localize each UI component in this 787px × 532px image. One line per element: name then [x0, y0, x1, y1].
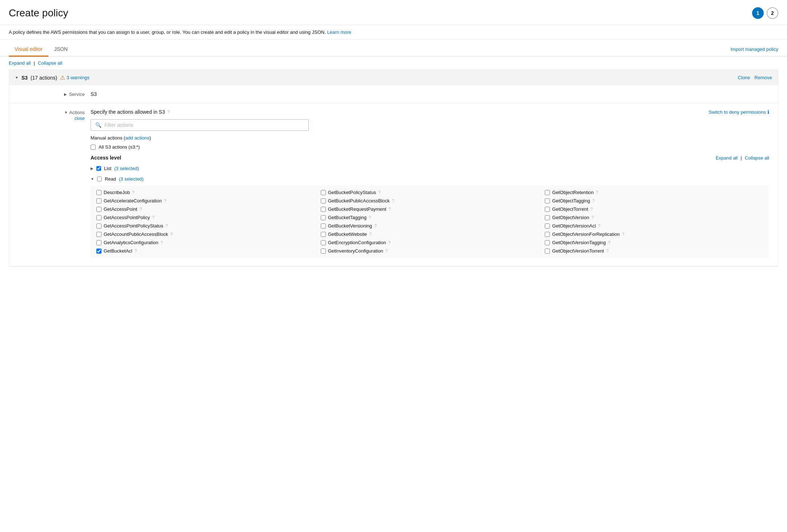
checkbox-getaccesspointpolicy[interactable]	[96, 215, 101, 220]
expand-all-link[interactable]: Expand all	[9, 60, 31, 66]
list-item: GetObjectRetention?	[545, 190, 763, 195]
all-s3-checkbox[interactable]	[91, 145, 96, 150]
description-bar: A policy defines the AWS permissions tha…	[0, 25, 787, 40]
read-checkboxes-grid: DescribeJob?GetBucketPolicyStatus?GetObj…	[91, 185, 769, 258]
page-header: Create policy	[0, 0, 787, 25]
info-icon: ?	[385, 249, 388, 254]
list-item: DescribeJob?	[96, 190, 315, 195]
checkbox-getobjectversionforreplication[interactable]	[545, 232, 550, 237]
page-title: Create policy	[9, 7, 778, 19]
checkbox-getaccelerateconfiguration[interactable]	[96, 198, 101, 203]
list-item: GetObjectVersionTorrent?	[545, 248, 763, 254]
section-header[interactable]: ▼ S3 (17 actions) ⚠ 3 warnings Clone Rem…	[9, 70, 778, 85]
actions-title: Specify the actions allowed in S3	[91, 109, 165, 115]
add-actions-link[interactable]: add actions	[125, 135, 149, 141]
service-row: ▶ Service S3	[9, 85, 778, 103]
list-selected-badge: (3 selected)	[114, 166, 139, 171]
checkbox-getobjectversiontorrent[interactable]	[545, 249, 550, 254]
info-icon: ?	[140, 207, 142, 212]
list-item: GetAccessPointPolicyStatus?	[96, 223, 315, 229]
list-item: GetBucketRequestPayment?	[321, 206, 539, 212]
all-s3-actions-row: All S3 actions (s3:*)	[91, 144, 769, 150]
checkbox-getbucketpublicaccessblock[interactable]	[321, 198, 326, 203]
read-group-header[interactable]: ▼ Read (3 selected)	[91, 175, 769, 183]
list-item: GetBucketAcl?	[96, 248, 315, 254]
list-item: GetAnalyticsConfiguration?	[96, 240, 315, 245]
step-1-indicator: 1	[752, 7, 764, 19]
expand-collapse-row: Expand all | Collapse all	[0, 57, 787, 69]
info-icon: ?	[132, 190, 135, 195]
step-2-indicator: 2	[767, 7, 778, 19]
checkbox-getbucketversioning[interactable]	[321, 223, 326, 229]
checkbox-getobjecttagging[interactable]	[545, 198, 550, 203]
list-item: GetInventoryConfiguration?	[321, 248, 539, 254]
list-item: GetBucketPolicyStatus?	[321, 190, 539, 195]
info-icon: ?	[369, 232, 372, 237]
list-item: GetObjectVersion?	[545, 215, 763, 220]
switch-deny-container: Switch to deny permissions ℹ	[708, 109, 769, 115]
access-collapse-all-link[interactable]: Collapse all	[745, 155, 769, 161]
list-item: GetBucketWebsite?	[321, 231, 539, 237]
checkbox-getobjectversionacl[interactable]	[545, 223, 550, 229]
info-icon: ?	[152, 215, 155, 220]
actions-row: ▼ Actions close Specify the actions allo…	[18, 109, 769, 260]
list-checkbox[interactable]	[96, 166, 101, 171]
checkbox-getobjectversiontagging[interactable]	[545, 240, 550, 245]
info-icon: ?	[590, 207, 593, 212]
checkbox-getaccesspoint[interactable]	[96, 207, 101, 212]
remove-link[interactable]: Remove	[755, 75, 772, 80]
list-item: GetObjectVersionAcl?	[545, 223, 763, 229]
warnings-link[interactable]: 3 warnings	[67, 75, 89, 80]
info-icon: ?	[160, 240, 163, 245]
info-icon: ?	[165, 223, 168, 229]
info-icon: ?	[608, 240, 611, 245]
checkbox-getbucketwebsite[interactable]	[321, 232, 326, 237]
info-icon: ?	[596, 190, 599, 195]
clone-link[interactable]: Clone	[738, 75, 750, 80]
checkbox-getobjectversion[interactable]	[545, 215, 550, 220]
list-item: GetAccessPoint?	[96, 206, 315, 212]
actions-title-info-icon: ?	[167, 109, 170, 114]
actions-label: Actions	[69, 110, 85, 115]
checkbox-getinventoryconfiguration[interactable]	[321, 249, 326, 254]
tabs-row: Visual editor JSON Import managed policy	[0, 43, 787, 57]
collapse-all-link[interactable]: Collapse all	[38, 60, 62, 66]
filter-actions-input[interactable]	[104, 122, 304, 128]
info-icon: ?	[388, 240, 391, 245]
info-icon: ?	[388, 207, 391, 212]
switch-deny-link[interactable]: Switch to deny permissions	[708, 109, 766, 115]
checkbox-getaccountpublicaccessblock[interactable]	[96, 232, 101, 237]
list-access-group: ▶ List (3 selected)	[91, 164, 769, 173]
switch-deny-info-icon: ℹ	[767, 109, 769, 115]
list-item: GetAccountPublicAccessBlock?	[96, 231, 315, 237]
info-icon: ?	[392, 198, 394, 203]
service-value: S3	[91, 91, 97, 97]
read-access-group: ▼ Read (3 selected) DescribeJob?GetBucke…	[91, 175, 769, 258]
checkbox-getbucketrequestpayment[interactable]	[321, 207, 326, 212]
checkbox-getbucketacl[interactable]	[96, 249, 101, 254]
access-expand-all-link[interactable]: Expand all	[716, 155, 738, 161]
actions-close-link[interactable]: close	[75, 116, 85, 121]
import-managed-policy-link[interactable]: Import managed policy	[730, 47, 778, 52]
info-icon: ?	[170, 232, 173, 237]
list-group-header[interactable]: ▶ List (3 selected)	[91, 164, 769, 173]
checkbox-getobjecttorrent[interactable]	[545, 207, 550, 212]
tab-visual-editor[interactable]: Visual editor	[9, 43, 48, 57]
actions-title-row: Specify the actions allowed in S3 ? Swit…	[91, 109, 769, 115]
checkbox-getencryptionconfiguration[interactable]	[321, 240, 326, 245]
learn-more-link[interactable]: Learn more	[327, 29, 351, 35]
list-item: GetBucketVersioning?	[321, 223, 539, 229]
checkbox-getobjectretention[interactable]	[545, 190, 550, 195]
read-selected-badge: (3 selected)	[119, 176, 144, 182]
checkbox-getbucketpolicystatus[interactable]	[321, 190, 326, 195]
tab-json[interactable]: JSON	[48, 43, 73, 57]
checkbox-getaccesspointpolicystatus[interactable]	[96, 223, 101, 229]
info-icon: ?	[374, 223, 377, 229]
checkbox-getanalyticsconfiguration[interactable]	[96, 240, 101, 245]
actions-content: Specify the actions allowed in S3 ? Swit…	[91, 109, 769, 260]
checkbox-describejob[interactable]	[96, 190, 101, 195]
read-checkbox[interactable]	[97, 177, 102, 181]
list-item: GetObjectVersionTagging?	[545, 240, 763, 245]
actions-section: ▼ Actions close Specify the actions allo…	[9, 103, 778, 266]
checkbox-getbuckettagging[interactable]	[321, 215, 326, 220]
